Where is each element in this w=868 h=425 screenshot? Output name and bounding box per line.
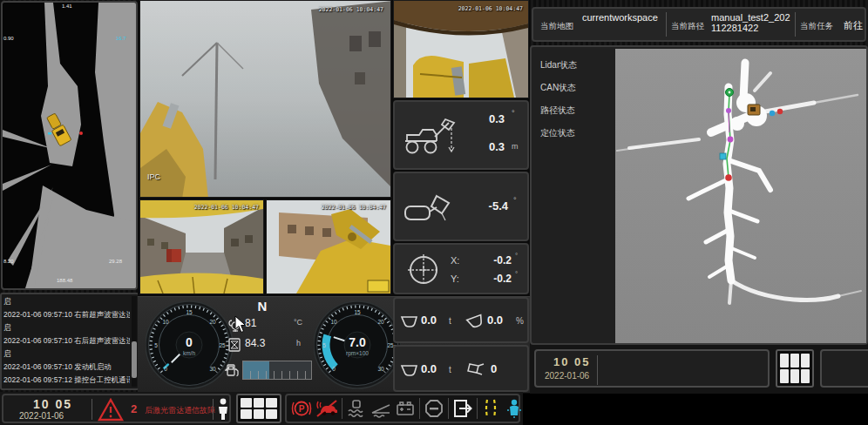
boom-angle-value: 0.3	[470, 112, 505, 125]
log-line: 启	[3, 321, 130, 334]
load-stats-row-1: 0.0 t 0.0 %	[393, 297, 529, 343]
strip-separator	[419, 398, 420, 419]
log-scrollbar-thumb[interactable]	[132, 341, 137, 378]
right-clock-time: 10 05	[553, 355, 591, 368]
svg-text:P: P	[299, 404, 305, 414]
log-line: 启	[3, 295, 130, 308]
beacon-icon	[505, 398, 523, 419]
stop-sign-icon	[424, 399, 444, 418]
collision-warning-off-icon	[315, 399, 338, 418]
route-map-view[interactable]	[615, 49, 866, 343]
boom-height-value: 0.3	[470, 140, 505, 153]
hourmeter-value: 84.3	[245, 337, 265, 349]
tilt-y-label: Y:	[451, 273, 459, 284]
inclinometer-icon	[405, 252, 442, 288]
load-unit: %	[516, 316, 524, 326]
statusbar-separator	[92, 399, 92, 420]
load-value: 0	[491, 362, 497, 375]
alarm-count: 2	[131, 402, 137, 415]
log-line: 2022-01-06 09:57:10 右前超声波雷达连接故障屏蔽开	[3, 308, 130, 321]
right-clock-date: 2022-01-06	[545, 371, 589, 381]
camera-timestamp: 2022-01-06 10:04:47	[458, 5, 523, 12]
telltale-icon-strip: P	[285, 394, 520, 423]
operator-icon[interactable]	[217, 398, 229, 421]
waypoint-cyan	[720, 153, 726, 159]
log-line: 启	[3, 347, 130, 361]
parking-brake-icon: P	[291, 399, 312, 418]
camera-timestamp: 2022-01-06 10:04:47	[319, 6, 383, 13]
lidar-range-bottom: 188.48	[57, 278, 72, 283]
alarm-status-panel: 10 05 2022-01-06 2 后激光雷达通信故障	[2, 394, 231, 423]
log-scrollbar[interactable]	[132, 296, 137, 387]
bucket-status-panel: -5.4 °	[393, 172, 529, 241]
lidar-range-bottom-right: 29.28	[109, 259, 122, 264]
waypoint-blue	[770, 111, 775, 116]
camera-left-view[interactable]: 2022-01-06 10:04:47	[139, 199, 264, 294]
speed-unit: km/h	[146, 350, 233, 356]
log-line: 2022-01-06 09:57:12 操控台工控机通讯故障消失	[3, 374, 130, 387]
event-log-panel[interactable]: 启 2022-01-06 09:57:10 右前超声波雷达连接故障屏蔽开 启 2…	[0, 293, 139, 390]
strip-separator	[477, 398, 478, 419]
route-vehicle-marker	[748, 105, 760, 115]
tilt-status-panel: X: -0.2 ° Y: -0.2 °	[393, 243, 529, 294]
boom-height-unit: m	[512, 142, 519, 151]
right-clock-panel: 10 05 2022-01-06	[534, 349, 770, 388]
speed-gauge: 0 km/h 0 5 10 15 20 25 30	[146, 300, 233, 390]
lidar-range-right: 16.7	[116, 36, 126, 41]
boom-angle-unit: °	[512, 109, 515, 118]
tilt-x-unit: °	[515, 252, 518, 260]
load-value: 0.0	[421, 362, 437, 375]
current-map-value: currentworkspace	[582, 12, 662, 23]
right-footer-extra-panel[interactable]	[820, 349, 868, 388]
strip-separator	[448, 398, 449, 419]
footer-separator	[597, 355, 598, 385]
bucket-fill-icon	[465, 312, 487, 332]
current-path-value: manual_test2_202112281422	[711, 12, 793, 33]
log-line: 2022-01-06 09:57:10 右后超声波雷达连接故障屏蔽开	[3, 334, 130, 347]
hourmeter-icon	[228, 338, 241, 352]
strip-separator	[342, 398, 342, 419]
gear-indicator: N	[249, 299, 275, 314]
current-task-value: 前往	[844, 19, 866, 32]
header-separator	[666, 12, 667, 37]
camera-timestamp: 2022-01-06 10:04:47	[194, 204, 259, 211]
lane-departure-icon	[481, 399, 502, 418]
boom-status-panel: 0.3 ° 0.3 m	[393, 100, 529, 170]
lidar-map-view[interactable]: 1.41 0.90 16.7 8.20 29.28 188.48	[1, 1, 138, 290]
current-map-label: 当前地图	[540, 21, 573, 32]
loader-boom-icon	[402, 116, 459, 158]
mouse-cursor	[234, 315, 248, 334]
camera-right-view[interactable]: 2022-01-06 10:04:47	[266, 199, 391, 294]
camera-front-view[interactable]: 2022-01-06 10:04:47 IPC	[139, 0, 391, 198]
bottom-right-black	[523, 394, 868, 425]
tilt-y-value: -0.2	[478, 273, 512, 285]
tilt-x-value: -0.2	[478, 254, 512, 266]
lidar-map-canvas	[3, 3, 136, 288]
load-value: 0.0	[487, 314, 503, 327]
coolant-temp-unit: °C	[294, 318, 302, 327]
load-unit: t	[449, 365, 451, 374]
clock-date: 2022-01-06	[19, 411, 64, 421]
alarm-message[interactable]: 后激光雷达通信故障	[145, 405, 215, 416]
bucket-count-icon	[466, 362, 487, 378]
camera-label-ipc: IPC	[147, 172, 160, 181]
header-separator	[795, 12, 796, 37]
fuel-icon	[225, 362, 241, 378]
clock-time: 10 05	[33, 397, 72, 411]
bucket-tilt-icon	[403, 191, 454, 227]
load-value: 0.0	[421, 314, 437, 327]
load-stats-row-2: 0.0 t 0	[393, 345, 529, 392]
hourmeter-unit: h	[296, 339, 301, 347]
statusbar-separator	[213, 399, 214, 420]
lidar-range-bottom-left: 8.20	[3, 259, 14, 264]
door-open-icon	[452, 399, 473, 418]
tilt-y-unit: °	[515, 270, 518, 278]
waypoint-magenta	[728, 137, 734, 143]
camera-rear-view[interactable]: 2022-01-06 10:04:47	[393, 0, 529, 98]
ramp-slope-icon	[370, 399, 391, 418]
map-layout-button[interactable]	[776, 349, 814, 388]
fuel-bar-ticks	[243, 371, 311, 379]
camera-layout-button[interactable]	[236, 394, 281, 423]
navigation-panel: Lidar状态 CAN状态 路径状态 定位状态	[530, 45, 868, 345]
route-goal-marker	[725, 174, 732, 181]
